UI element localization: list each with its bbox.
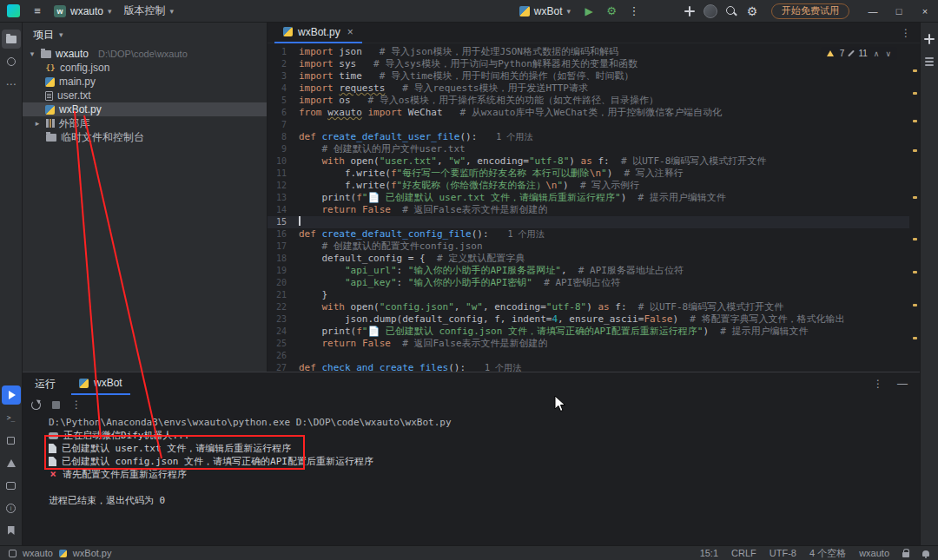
inspection-mark[interactable] bbox=[913, 304, 917, 306]
readonly-lock-icon[interactable] bbox=[902, 552, 909, 557]
inspection-mark[interactable] bbox=[913, 271, 917, 273]
tab-close-icon[interactable]: × bbox=[347, 26, 353, 38]
project-group-scratches[interactable]: 临时文件和控制台 bbox=[23, 130, 267, 144]
library-icon bbox=[46, 119, 55, 128]
inspections-widget[interactable]: 7 11 ∧ ∨ bbox=[821, 47, 897, 60]
status-widget-4[interactable]: 4 个空格 bbox=[809, 547, 846, 560]
run-tab-wxbot[interactable]: wxBot bbox=[71, 372, 130, 395]
code-line-16[interactable]: 16def create_default_config_file(): 1 个用… bbox=[268, 228, 909, 240]
console-more-icon[interactable]: ⋮ bbox=[71, 399, 82, 411]
trial-button[interactable]: 开始免费试用 bbox=[771, 3, 849, 19]
run-config-selector[interactable]: wxBot ▾ bbox=[513, 3, 577, 19]
project-group-external-libraries[interactable]: ▸外部库 bbox=[23, 116, 267, 130]
rerun-icon[interactable] bbox=[31, 400, 41, 410]
notifications-icon[interactable] bbox=[922, 550, 929, 557]
pycharm-logo-icon[interactable] bbox=[7, 4, 20, 17]
run-button[interactable]: ▶ bbox=[578, 3, 599, 20]
project-root-row[interactable]: ▾ wxauto D:\DOP\code\wxauto bbox=[23, 47, 267, 61]
inspection-mark[interactable] bbox=[913, 238, 917, 240]
code-line-22[interactable]: 22 with open("config.json", "w", encodin… bbox=[268, 301, 909, 313]
python-console-tool-button[interactable]: >_ bbox=[2, 408, 21, 427]
inspection-mark[interactable] bbox=[913, 196, 917, 199]
stop-icon[interactable] bbox=[52, 401, 60, 409]
more-run-actions-icon[interactable]: ⋮ bbox=[624, 3, 644, 20]
inspection-mark[interactable] bbox=[913, 92, 917, 95]
console-output[interactable]: D:\Python\Anaconda3\envs\wxauto\python.e… bbox=[49, 416, 906, 542]
project-file-config.json[interactable]: {}config.json bbox=[23, 61, 267, 75]
maximize-button[interactable]: □ bbox=[886, 0, 912, 23]
terminal-tool-button[interactable] bbox=[2, 476, 21, 495]
code-line-24[interactable]: 24 print(f"📄 已创建默认 config.json 文件，请填写正确的… bbox=[268, 326, 909, 338]
code-line-23[interactable]: 23 json.dump(default_config, f, indent=4… bbox=[268, 313, 909, 326]
project-tool-button[interactable] bbox=[2, 30, 21, 49]
commit-tool-button[interactable] bbox=[2, 52, 21, 71]
status-widget-1[interactable]: 15:1 bbox=[700, 548, 718, 558]
code-line-14[interactable]: 14 return False # 返回False表示文件是新创建的 bbox=[268, 204, 909, 216]
run-panel-options-icon[interactable]: ⋮ bbox=[873, 378, 883, 390]
code-line-13[interactable]: 13 print(f"📄 已创建默认 user.txt 文件，请编辑后重新运行程… bbox=[268, 192, 909, 204]
more-tools-button[interactable]: ⋯ bbox=[2, 75, 21, 94]
project-file-main.py[interactable]: main.py bbox=[23, 75, 267, 89]
inspection-mark[interactable] bbox=[913, 69, 917, 72]
prev-problem-icon[interactable]: ∧ bbox=[874, 49, 880, 58]
code-line-18[interactable]: 18 default_config = { # 定义默认配置字典 bbox=[268, 253, 909, 265]
project-selector[interactable]: w wxauto ▾ bbox=[48, 3, 118, 19]
inspection-mark[interactable] bbox=[913, 337, 917, 339]
code-line-11[interactable]: 11 f.write(f"每行写一个要监听的好友名称 本行可以删除\n") # … bbox=[268, 168, 909, 180]
hide-panel-icon[interactable]: — bbox=[897, 378, 908, 390]
run-options-icon[interactable]: ⚙ bbox=[601, 3, 622, 20]
problems-tool-button[interactable] bbox=[2, 453, 21, 472]
todo-tool-button[interactable]: i bbox=[2, 498, 21, 517]
code-line-27[interactable]: 27def check_and_create_files(): 1 个用法 bbox=[268, 362, 909, 372]
ai-assistant-icon[interactable] bbox=[679, 3, 700, 20]
code-line-19[interactable]: 19 "api_url": "输入你的小助手的API服务器网址", # API服… bbox=[268, 265, 909, 277]
search-everywhere-icon[interactable] bbox=[721, 3, 742, 20]
database-tool-button[interactable] bbox=[920, 52, 938, 71]
code-line-6[interactable]: 6from wxauto import WeChat # 从wxauto库中导入… bbox=[268, 107, 909, 119]
python-packages-tool-button[interactable] bbox=[2, 431, 21, 450]
code-line-17[interactable]: 17 # 创建默认的配置文件config.json bbox=[268, 240, 909, 253]
project-file-user.txt[interactable]: user.txt bbox=[23, 89, 267, 102]
code-line-21[interactable]: 21 } bbox=[268, 289, 909, 301]
code-line-26[interactable]: 26 bbox=[268, 350, 909, 362]
line-number: 9 bbox=[268, 143, 299, 155]
project-name: wxauto bbox=[70, 5, 103, 17]
tab-options-icon[interactable]: ⋮ bbox=[901, 27, 911, 39]
status-file-name[interactable]: wxBot.py bbox=[73, 548, 112, 558]
code-line-1[interactable]: 1import json # 导入json模块，用于处理JSON格式数据的编码和… bbox=[268, 46, 909, 58]
line-number: 14 bbox=[268, 204, 299, 216]
code-line-5[interactable]: 5import os # 导入os模块，用于操作系统相关的功能（如文件路径、目录… bbox=[268, 95, 909, 107]
run-tool-button[interactable] bbox=[2, 385, 21, 405]
vcs-widget[interactable]: 版本控制 ▾ bbox=[118, 2, 181, 20]
editor-tab-wxbot[interactable]: wxBot.py × bbox=[274, 23, 362, 43]
code-area[interactable]: 1import json # 导入json模块，用于处理JSON格式数据的编码和… bbox=[268, 43, 909, 372]
project-panel-header[interactable]: 项目 ▾ bbox=[23, 23, 267, 47]
inspection-mark[interactable] bbox=[913, 120, 917, 122]
code-line-25[interactable]: 25 return False # 返回False表示文件是新创建的 bbox=[268, 338, 909, 350]
status-widget-2[interactable]: CRLF bbox=[731, 548, 756, 558]
next-problem-icon[interactable]: ∨ bbox=[885, 49, 891, 58]
code-line-20[interactable]: 20 "api_key": "输入你的小助手的API密钥" # API密钥占位符 bbox=[268, 277, 909, 289]
code-line-4[interactable]: 4import requests # 导入requests模块，用于发送HTTP… bbox=[268, 82, 909, 95]
ai-assistant-tool-button[interactable] bbox=[920, 30, 938, 49]
code-line-15[interactable]: 15 bbox=[268, 216, 909, 228]
status-widget-3[interactable]: UTF-8 bbox=[770, 548, 796, 558]
code-line-8[interactable]: 8def create_default_user_file(): 1 个用法 bbox=[268, 131, 909, 143]
code-line-10[interactable]: 10 with open("user.txt", "w", encoding="… bbox=[268, 155, 909, 168]
main-menu-icon[interactable]: ≡ bbox=[27, 3, 48, 20]
bookmarks-tool-button[interactable] bbox=[2, 521, 21, 540]
project-file-wxBot.py[interactable]: wxBot.py bbox=[23, 102, 267, 116]
error-stripe[interactable] bbox=[911, 43, 919, 372]
code-line-2[interactable]: 2import sys # 导入sys模块，用于访问与Python解释器相关的变… bbox=[268, 58, 909, 70]
inspection-mark[interactable] bbox=[913, 149, 917, 152]
code-line-9[interactable]: 9 # 创建默认的用户文件user.txt bbox=[268, 143, 909, 155]
status-widget-5[interactable]: wxauto bbox=[859, 548, 889, 558]
close-button[interactable]: × bbox=[912, 0, 938, 23]
code-line-3[interactable]: 3import time # 导入time模块，用于时间相关的操作（如暂停、时间… bbox=[268, 70, 909, 82]
minimize-button[interactable]: — bbox=[860, 0, 886, 23]
code-line-12[interactable]: 12 f.write(f"好友昵称（你给微信好友的备注）\n") # 写入示例行 bbox=[268, 180, 909, 192]
user-avatar[interactable] bbox=[700, 3, 721, 20]
code-line-7[interactable]: 7 bbox=[268, 119, 909, 131]
status-project-name[interactable]: wxauto bbox=[23, 548, 53, 558]
settings-gear-icon[interactable]: ⚙ bbox=[742, 3, 763, 20]
